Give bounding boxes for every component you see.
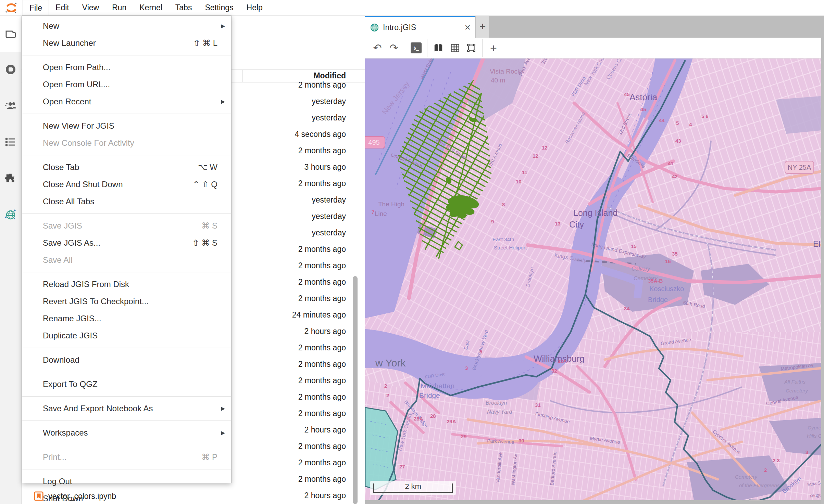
menu-item-label: Open From Path... — [43, 63, 225, 72]
modified-time-cell[interactable]: 2 months ago — [292, 290, 346, 307]
menu-item-shut-down[interactable]: Shut Down — [22, 490, 231, 504]
modified-times-list: 2 months agoyesterdayyesterday4 seconds … — [292, 77, 346, 504]
modified-time-cell[interactable]: 2 months ago — [292, 142, 346, 159]
gis-globe-icon[interactable] — [4, 208, 17, 221]
menu-item-label: Save All — [43, 255, 225, 265]
users-icon[interactable] — [4, 100, 17, 112]
modified-time-cell[interactable]: yesterday — [292, 109, 346, 126]
add-layer-button[interactable]: + — [485, 40, 502, 56]
modified-time-cell[interactable]: 2 months ago — [292, 372, 346, 389]
tab-close-icon[interactable]: × — [464, 22, 471, 33]
menu-item-new-view-for-jgis[interactable]: New View For JGIS — [22, 117, 231, 134]
modified-time-cell[interactable]: 2 months ago — [292, 438, 346, 454]
column-divider — [242, 70, 243, 82]
map-label: Manhattan — [421, 382, 454, 390]
menu-item-label: New View For JGIS — [43, 121, 225, 131]
modified-time-cell[interactable]: 2 months ago — [292, 405, 346, 422]
map-right-strip[interactable] — [821, 15, 824, 504]
menu-item-new-launcher[interactable]: New Launcher⇧ ⌘ L — [22, 35, 231, 52]
modified-time-cell[interactable]: 2 months ago — [292, 454, 346, 471]
menu-item-new[interactable]: New▶ — [22, 17, 231, 35]
new-tab-button[interactable]: + — [476, 15, 489, 38]
menu-item-shortcut: ⌘ S — [201, 221, 225, 231]
map-label: 34 — [624, 306, 630, 311]
modified-time-cell[interactable]: 2 months ago — [292, 339, 346, 356]
menu-item-download[interactable]: Download — [22, 351, 231, 369]
modified-time-cell[interactable]: 3 hours ago — [292, 159, 346, 175]
jupyter-logo-icon[interactable] — [0, 0, 23, 15]
gis-toolbar: ↶ ↷ $_ + — [365, 38, 824, 59]
menu-item-open-from-url[interactable]: Open From URL... — [22, 76, 231, 93]
menubar-item-edit[interactable]: Edit — [49, 0, 76, 15]
menu-item-save-jgis-as[interactable]: Save JGIS As...⇧ ⌘ S — [22, 234, 231, 251]
menu-item-reload-jgis-from-disk[interactable]: Reload JGIS From Disk — [22, 276, 231, 293]
running-icon[interactable] — [4, 63, 17, 76]
menubar-item-file[interactable]: File — [23, 0, 49, 16]
map-bottom-strip — [365, 500, 821, 504]
menu-item-save-and-export-notebook-as[interactable]: Save And Export Notebook As▶ — [22, 400, 231, 417]
basemap-book-button[interactable] — [430, 40, 447, 56]
map-label: 2 — [384, 383, 387, 389]
menubar-item-settings[interactable]: Settings — [198, 0, 240, 15]
map-label: Calvary — [632, 266, 650, 272]
modified-time-cell[interactable]: 2 hours ago — [292, 487, 346, 504]
modified-time-cell[interactable]: 2 months ago — [292, 389, 346, 405]
menu-item-rename-jgis[interactable]: Rename JGIS... — [22, 310, 231, 327]
menubar-item-kernel[interactable]: Kernel — [133, 0, 168, 15]
toc-icon[interactable] — [4, 136, 17, 148]
menu-item-log-out[interactable]: Log Out — [22, 473, 231, 490]
modified-time-cell[interactable]: 2 months ago — [292, 257, 346, 274]
menu-item-label: Save JGIS As... — [43, 238, 192, 248]
menu-item-close-and-shut-down[interactable]: Close And Shut Down⌃ ⇧ Q — [22, 176, 231, 193]
menu-item-shortcut: ⇧ ⌘ L — [193, 38, 225, 48]
map-viewport[interactable]: 495NY 25A New JerseyWest Side HighwayVis… — [365, 59, 821, 500]
menu-item-duplicate-jgis[interactable]: Duplicate JGIS — [22, 327, 231, 344]
map-label: 43 — [675, 138, 681, 144]
modified-time-cell[interactable]: 2 hours ago — [292, 422, 346, 438]
menu-item-close-all-tabs[interactable]: Close All Tabs — [22, 193, 231, 210]
menu-item-open-from-path[interactable]: Open From Path... — [22, 59, 231, 76]
menubar-item-tabs[interactable]: Tabs — [169, 0, 199, 15]
map-label: 3 — [806, 449, 808, 455]
menubar-item-view[interactable]: View — [76, 0, 105, 15]
modified-time-cell[interactable]: yesterday — [292, 224, 346, 241]
menu-item-workspaces[interactable]: Workspaces▶ — [22, 424, 231, 441]
modified-time-cell[interactable]: 2 hours ago — [292, 323, 346, 339]
map-label: City — [569, 220, 584, 229]
redo-button[interactable]: ↷ — [386, 40, 402, 56]
modified-time-cell[interactable]: 24 minutes ago — [292, 307, 346, 323]
modified-time-cell[interactable]: 2 months ago — [292, 471, 346, 487]
modified-time-cell[interactable]: 4 seconds ago — [292, 126, 346, 142]
menu-item-close-tab[interactable]: Close Tab⌥ W — [22, 159, 231, 176]
modified-time-cell[interactable]: 2 months ago — [292, 77, 346, 93]
modified-time-cell[interactable]: 2 months ago — [292, 274, 346, 290]
menu-item-revert-jgis-to-checkpoint[interactable]: Revert JGIS To Checkpoint... — [22, 293, 231, 310]
grid-layer-button[interactable] — [447, 40, 463, 56]
undo-button[interactable]: ↶ — [369, 40, 386, 56]
modified-time-cell[interactable]: 2 months ago — [292, 241, 346, 257]
map-label: 41 — [668, 160, 674, 166]
map-label: 30 — [519, 438, 524, 443]
file-list-scrollbar[interactable] — [353, 276, 358, 504]
folder-icon[interactable] — [4, 28, 17, 40]
tab-intro-jgis[interactable]: Intro.jGIS × — [365, 15, 475, 38]
menubar-item-run[interactable]: Run — [105, 0, 133, 15]
modified-time-cell[interactable]: 2 months ago — [292, 356, 346, 372]
puzzle-icon[interactable] — [4, 172, 17, 184]
menu-item-export-to-qgz[interactable]: Export To QGZ — [22, 376, 231, 393]
console-button[interactable]: $_ — [408, 40, 424, 56]
modified-time-cell[interactable]: 2 months ago — [292, 175, 346, 192]
menu-item-open-recent[interactable]: Open Recent▶ — [22, 93, 231, 110]
modified-time-cell[interactable]: yesterday — [292, 93, 346, 109]
map-label: All Faiths — [784, 379, 806, 385]
map-label: 12 — [542, 145, 548, 151]
map-label: 2 — [764, 467, 767, 473]
menubar-item-help[interactable]: Help — [240, 0, 269, 15]
menu-separator — [22, 469, 231, 469]
vector-polygon-button[interactable] — [463, 40, 479, 56]
svg-text:NY 25A: NY 25A — [788, 164, 811, 171]
map-label: Street Heliport — [494, 245, 527, 250]
map-label: 10 — [516, 179, 522, 184]
modified-time-cell[interactable]: yesterday — [292, 208, 346, 224]
modified-time-cell[interactable]: yesterday — [292, 192, 346, 208]
